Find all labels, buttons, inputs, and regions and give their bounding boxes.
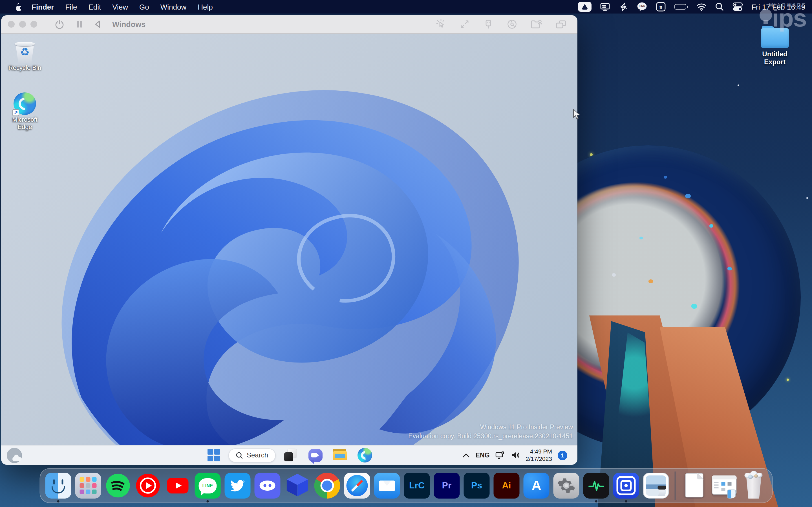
notification-badge[interactable]: 1: [558, 450, 567, 460]
dock-activity-monitor[interactable]: [583, 473, 609, 499]
lrc-glyph: LrC: [409, 481, 424, 491]
usb-icon[interactable]: [483, 18, 494, 30]
dock-divider: [675, 471, 675, 500]
watermark-line2: Evaluation copy. Build 25300.rs_prerelea…: [408, 432, 573, 441]
dock-document-file[interactable]: [681, 473, 707, 499]
display-status-icon[interactable]: [600, 2, 610, 11]
dock-photo-jar-app[interactable]: [643, 473, 669, 499]
spotlight-icon[interactable]: [715, 2, 724, 11]
widgets-weather-button[interactable]: [7, 448, 22, 463]
cd-dvd-icon[interactable]: [506, 18, 518, 30]
file-explorer-button[interactable]: [330, 447, 350, 463]
dock-mail[interactable]: [374, 473, 400, 499]
dock-trash[interactable]: [741, 473, 767, 499]
macos-desktop: Finder File Edit View Go Window Help LIN…: [0, 0, 812, 507]
vm-titlebar[interactable]: Windows: [1, 15, 577, 34]
battery-icon[interactable]: [674, 4, 688, 10]
pr-glyph: Pr: [442, 481, 452, 491]
folder-label: Untitled Export: [758, 50, 792, 66]
dock-youtube-music[interactable]: [135, 473, 161, 499]
edge-taskbar-button[interactable]: [355, 447, 375, 463]
svg-text:LINE: LINE: [639, 5, 645, 8]
chat-button[interactable]: [305, 447, 325, 463]
dock-screens-app[interactable]: [613, 473, 639, 499]
dock-finder-window[interactable]: [711, 473, 737, 499]
dock-lightroom-classic[interactable]: LrC: [404, 473, 430, 499]
minimize-button[interactable]: [19, 21, 26, 27]
windows-desktop[interactable]: ♻ Recycle Bin ↗ Microsoft Edge Windows 1…: [1, 34, 577, 445]
dock-finder[interactable]: [45, 473, 71, 499]
multi-monitor-icon[interactable]: [555, 19, 567, 30]
menu-bar: Finder File Edit View Go Window Help LIN…: [0, 0, 812, 13]
apple-menu[interactable]: [13, 2, 21, 11]
fullscreen-icon[interactable]: [459, 18, 470, 30]
wifi-icon[interactable]: [696, 3, 706, 11]
running-indicator: [207, 500, 209, 503]
dock-premiere-pro[interactable]: Pr: [434, 473, 460, 499]
recycle-bin-label: Recycle Bin: [7, 64, 43, 71]
speaker-icon[interactable]: [511, 451, 520, 459]
control-center-icon[interactable]: [732, 2, 743, 11]
menu-app-name[interactable]: Finder: [21, 3, 59, 11]
running-indicator: [595, 500, 598, 503]
line-glyph: LINE: [202, 483, 213, 488]
search-label: Search: [247, 451, 268, 459]
dock-launchpad[interactable]: [75, 473, 101, 499]
windows-taskbar[interactable]: Search ENG 4:49 PM: [1, 445, 577, 465]
menu-file[interactable]: File: [59, 3, 83, 11]
mouse-sync-icon[interactable]: [435, 18, 447, 30]
tray-time: 4:49 PM: [526, 448, 552, 455]
revert-icon[interactable]: [93, 20, 102, 29]
menu-bar-clock[interactable]: Fri 17 Feb 16:49: [751, 3, 805, 11]
start-button[interactable]: [204, 447, 224, 463]
network-display-icon[interactable]: [495, 451, 506, 459]
window-title: Windows: [112, 20, 146, 29]
star: [738, 84, 739, 86]
task-view-button[interactable]: [280, 447, 301, 463]
dock-system-settings[interactable]: [553, 473, 579, 499]
vm-window[interactable]: Windows: [1, 15, 577, 465]
dock-illustrator[interactable]: Ai: [494, 473, 520, 499]
desktop-folder-untitled-export[interactable]: Untitled Export: [758, 26, 792, 66]
dock-spotify[interactable]: [105, 473, 131, 499]
dock-app-store[interactable]: A: [523, 473, 550, 499]
dock-safari[interactable]: [344, 473, 370, 499]
pause-icon[interactable]: [76, 20, 83, 29]
dock-photoshop[interactable]: Ps: [464, 473, 490, 499]
dock[interactable]: LINE LrC Pr Ps Ai A: [40, 468, 772, 503]
tray-clock[interactable]: 4:49 PM 2/17/2023: [526, 448, 552, 462]
microsoft-edge-desktop-icon[interactable]: ↗ Microsoft Edge: [7, 93, 43, 131]
shortcut-arrow-badge: ↗: [12, 109, 19, 116]
menu-view[interactable]: View: [107, 3, 134, 11]
triangle-app-icon[interactable]: [578, 2, 591, 12]
menu-help[interactable]: Help: [192, 3, 218, 11]
taskbar-search[interactable]: Search: [229, 448, 276, 462]
language-indicator[interactable]: ENG: [476, 452, 490, 459]
tray-chevron-icon[interactable]: [463, 453, 470, 458]
windows-bloom-wallpaper: [1, 42, 577, 445]
line-status-icon[interactable]: LINE: [637, 2, 647, 12]
star: [590, 153, 593, 156]
menu-go[interactable]: Go: [134, 3, 155, 11]
mouse-cursor: [573, 109, 581, 121]
watermark-line1: Windows 11 Pro Insider Preview: [408, 422, 573, 432]
close-button[interactable]: [8, 21, 15, 27]
zoom-button[interactable]: [31, 21, 37, 27]
dock-discord[interactable]: [255, 473, 281, 499]
flash-status-icon[interactable]: [618, 2, 628, 11]
dock-youtube[interactable]: [165, 473, 191, 499]
menu-window[interactable]: Window: [155, 3, 192, 11]
recycle-bin-icon[interactable]: ♻ Recycle Bin: [7, 41, 43, 71]
star: [806, 197, 808, 199]
menu-edit[interactable]: Edit: [83, 3, 107, 11]
windows-build-watermark: Windows 11 Pro Insider Preview Evaluatio…: [408, 422, 573, 441]
tray-date: 2/17/2023: [526, 455, 552, 462]
notion-status-icon[interactable]: n: [656, 2, 666, 12]
dock-blue-cube[interactable]: [285, 473, 310, 499]
dock-chrome[interactable]: [314, 473, 340, 499]
ai-glyph: Ai: [502, 481, 511, 491]
dock-twitter[interactable]: [225, 473, 251, 499]
shared-folder-icon[interactable]: [530, 18, 543, 30]
dock-line[interactable]: LINE: [195, 473, 221, 499]
power-icon[interactable]: [54, 19, 65, 30]
